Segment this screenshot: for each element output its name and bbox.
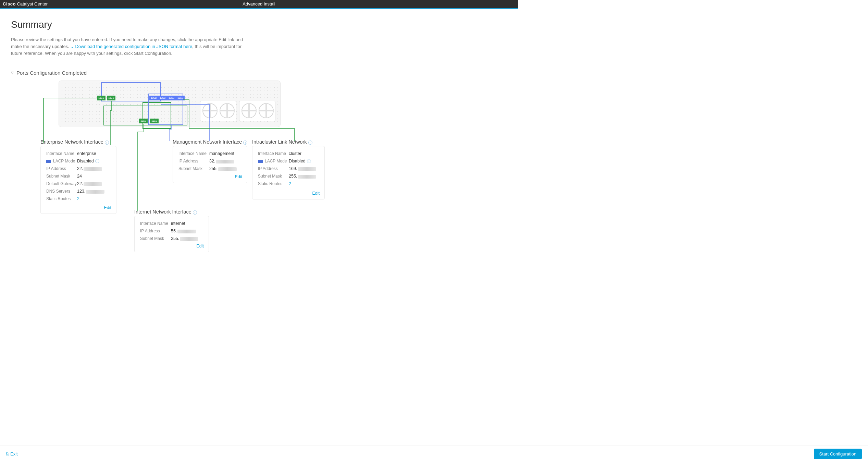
value: 24 bbox=[77, 174, 82, 179]
redacted-icon bbox=[180, 237, 198, 241]
label: IP Address bbox=[140, 229, 171, 233]
port-10gb-blue-icon: 10GB bbox=[158, 96, 167, 100]
value: 55. bbox=[171, 229, 196, 233]
brand-light: Catalyst Center bbox=[17, 1, 48, 7]
label: Subnet Mask bbox=[140, 236, 171, 241]
header-title: Advanced Install bbox=[243, 1, 275, 7]
download-json-link[interactable]: Download the generated configuration in … bbox=[75, 44, 192, 49]
redacted-icon bbox=[84, 182, 102, 186]
lacp-swatch-icon bbox=[258, 160, 263, 163]
psu-icon bbox=[239, 101, 275, 121]
info-icon[interactable]: i bbox=[308, 141, 312, 145]
port-10gb-blue-icon: 10GB bbox=[176, 96, 185, 100]
port-10gb-green-icon: 10GB bbox=[139, 119, 148, 123]
label: LACP Mode bbox=[258, 159, 289, 163]
fan-icon bbox=[202, 103, 218, 118]
panel-title-internet: Internet Network Interfacei bbox=[134, 209, 197, 215]
port-10gb-blue-icon: 10GB bbox=[167, 96, 176, 100]
panel-cluster: Interface Namecluster LACP ModeDisabledi… bbox=[252, 146, 325, 199]
label: Static Routes bbox=[46, 196, 77, 201]
value: 22. bbox=[77, 166, 102, 171]
label: Default Gateway bbox=[46, 181, 77, 186]
panel-enterprise: Interface Nameenterprise LACP ModeDisabl… bbox=[40, 146, 116, 214]
port-10gb-green-icon: 10GB bbox=[150, 119, 159, 123]
value: management bbox=[209, 151, 234, 156]
section-title: Ports Configuration Completed bbox=[16, 70, 87, 76]
port-10gb-green-icon: 10GB bbox=[107, 96, 115, 100]
redacted-icon bbox=[218, 167, 237, 171]
info-icon[interactable]: i bbox=[105, 141, 109, 145]
static-routes-link[interactable]: 2 bbox=[289, 181, 291, 186]
value: cluster bbox=[289, 151, 301, 156]
panel-title-management: Management Network Interfacei bbox=[173, 139, 247, 145]
label: Subnet Mask bbox=[46, 174, 77, 179]
label: DNS Servers bbox=[46, 189, 77, 194]
label: Interface Name bbox=[178, 151, 209, 156]
value: enterprise bbox=[77, 151, 96, 156]
label: IP Address bbox=[46, 166, 77, 171]
redacted-icon bbox=[177, 230, 196, 233]
label: Subnet Mask bbox=[258, 174, 289, 179]
app-header: Cisco Catalyst Center Advanced Install bbox=[0, 0, 518, 8]
redacted-icon bbox=[298, 167, 316, 171]
intro-text: Please review the settings that you have… bbox=[11, 36, 251, 57]
value: 255. bbox=[171, 236, 198, 241]
download-icon: ⭳ bbox=[70, 44, 74, 49]
panel-internet: Interface Nameinternet IP Address55. Sub… bbox=[134, 216, 209, 252]
value: 169. bbox=[289, 166, 316, 171]
port-10gb-blue-icon: 10GB bbox=[149, 96, 158, 100]
info-icon[interactable]: i bbox=[307, 159, 311, 163]
panel-title-enterprise: Enterprise Network Interfacei bbox=[40, 139, 109, 145]
value: 255. bbox=[209, 166, 237, 171]
page-body: Summary Please review the settings that … bbox=[0, 9, 518, 259]
edit-cluster-link[interactable]: Edit bbox=[312, 191, 320, 196]
info-icon[interactable]: i bbox=[193, 210, 197, 215]
fan-icon bbox=[259, 103, 274, 118]
info-icon[interactable]: i bbox=[243, 141, 247, 145]
redacted-icon bbox=[84, 167, 102, 171]
panel-title-cluster: Intracluster Link Networki bbox=[252, 139, 312, 145]
value: 32. bbox=[209, 159, 234, 163]
page-title: Summary bbox=[11, 19, 507, 30]
chevron-down-icon: ▽ bbox=[11, 71, 14, 75]
label: Interface Name bbox=[46, 151, 77, 156]
fan-icon bbox=[220, 103, 235, 118]
label: Subnet Mask bbox=[178, 166, 209, 171]
static-routes-link[interactable]: 2 bbox=[77, 196, 79, 201]
panel-management: Interface Namemanagement IP Address32. S… bbox=[173, 146, 247, 183]
value: Disabled bbox=[289, 159, 306, 163]
edit-enterprise-link[interactable]: Edit bbox=[104, 205, 111, 210]
label: Interface Name bbox=[140, 221, 171, 226]
info-icon[interactable]: i bbox=[95, 159, 99, 163]
section-ports-header[interactable]: ▽ Ports Configuration Completed bbox=[11, 70, 507, 76]
value: internet bbox=[171, 221, 185, 226]
label: IP Address bbox=[258, 166, 289, 171]
psu-icon bbox=[200, 101, 236, 121]
label: LACP Mode bbox=[46, 159, 77, 163]
edit-management-link[interactable]: Edit bbox=[235, 174, 242, 179]
fan-icon bbox=[241, 103, 257, 118]
label: Interface Name bbox=[258, 151, 289, 156]
redacted-icon bbox=[216, 160, 234, 163]
brand: Cisco Catalyst Center bbox=[3, 1, 48, 7]
edit-internet-link[interactable]: Edit bbox=[196, 244, 204, 248]
label: Static Routes bbox=[258, 181, 289, 186]
port-10gb-green-icon: 10GB bbox=[97, 96, 106, 100]
value: 255. bbox=[289, 174, 316, 179]
value: 123. bbox=[77, 189, 104, 194]
value: Disabled bbox=[77, 159, 94, 163]
brand-strong: Cisco bbox=[3, 1, 16, 7]
redacted-icon bbox=[298, 175, 316, 179]
redacted-icon bbox=[86, 190, 104, 194]
ports-diagram: 10GB 10GB 10GB 10GB 10GB 10GB 10GB 10GB … bbox=[11, 81, 326, 259]
lacp-swatch-icon bbox=[46, 160, 51, 163]
label: IP Address bbox=[178, 159, 209, 163]
value: 22. bbox=[77, 181, 102, 186]
